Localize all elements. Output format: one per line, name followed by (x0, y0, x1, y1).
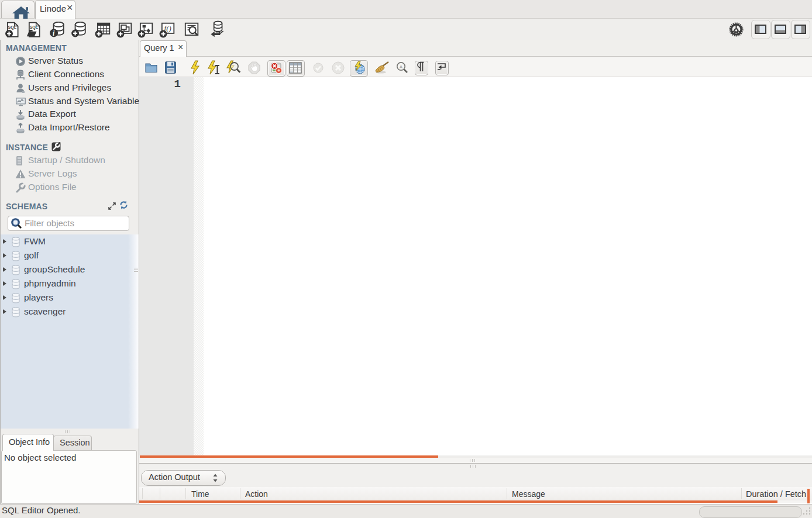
svg-text:A: A (400, 64, 403, 70)
svg-text:SQL: SQL (30, 25, 39, 30)
svg-text:SQL: SQL (8, 25, 17, 30)
